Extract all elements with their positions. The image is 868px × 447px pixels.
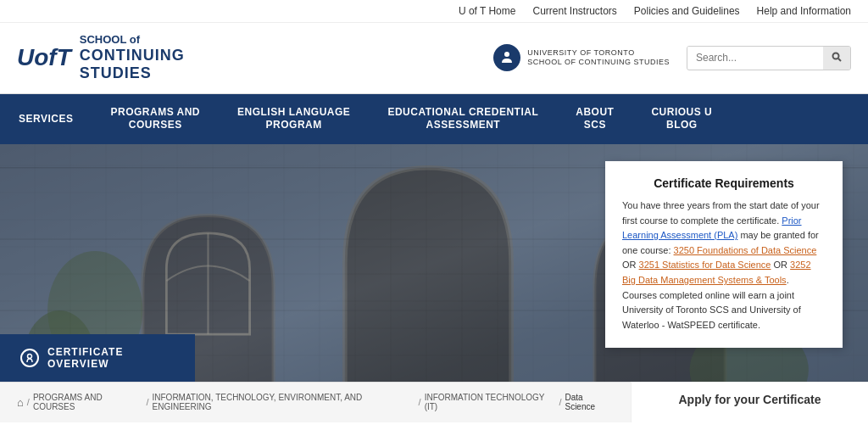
breadcrumb-sep-4: / xyxy=(559,397,561,407)
svg-line-2 xyxy=(838,59,841,61)
cert-overview-label: CERTIFICATE OVERVIEW xyxy=(47,346,175,370)
top-navigation: U of T Home Current Instructors Policies… xyxy=(0,0,868,23)
cert-card-title: Certificate Requirements xyxy=(622,176,826,190)
university-badge: UNIVERSITY OF TORONTO SCHOOL OF CONTINUI… xyxy=(493,44,670,71)
svg-point-13 xyxy=(28,354,32,358)
badge-icon xyxy=(493,44,520,71)
breadcrumb-it[interactable]: INFORMATION TECHNOLOGY (IT) xyxy=(425,393,556,411)
main-navigation: SERVICES PROGRAMS ANDCOURSES ENGLISH LAN… xyxy=(0,94,868,144)
apply-title: Apply for your Certificate xyxy=(648,393,851,406)
nav-programs[interactable]: PROGRAMS ANDCOURSES xyxy=(92,94,219,144)
nav-english[interactable]: ENGLISH LANGUAGEPROGRAM xyxy=(219,94,369,144)
header-right: UNIVERSITY OF TORONTO SCHOOL OF CONTINUI… xyxy=(493,44,851,71)
breadcrumb: ⌂ / PROGRAMS AND COURSES / INFORMATION, … xyxy=(0,382,631,422)
logo-continuing: CONTINUING xyxy=(80,47,185,65)
logo-text: SCHOOL of CONTINUING STUDIES xyxy=(80,33,185,83)
home-icon[interactable]: ⌂ xyxy=(17,396,24,409)
breadcrumb-programs[interactable]: PROGRAMS AND COURSES xyxy=(33,393,143,411)
search-icon xyxy=(832,52,842,62)
breadcrumb-sep-1: / xyxy=(27,397,30,407)
current-instructors-link[interactable]: Current Instructors xyxy=(532,5,616,17)
search-box[interactable] xyxy=(687,46,851,70)
breadcrumb-ite[interactable]: INFORMATION, TECHNOLOGY, ENVIRONMENT, AN… xyxy=(153,393,415,411)
nav-blog[interactable]: CURIOUS UBLOG xyxy=(632,94,731,144)
breadcrumb-ds: Data Science xyxy=(565,393,614,411)
svg-point-1 xyxy=(833,53,839,59)
logo-area[interactable]: UofT SCHOOL of CONTINUING STUDIES xyxy=(17,33,185,83)
policies-link[interactable]: Policies and Guidelines xyxy=(634,5,740,17)
logo-school: SCHOOL of xyxy=(80,33,185,47)
site-header: UofT SCHOOL of CONTINUING STUDIES UNIVER… xyxy=(0,23,868,94)
bottom-area: ⌂ / PROGRAMS AND COURSES / INFORMATION, … xyxy=(0,382,868,422)
course-3251-link[interactable]: 3251 Statistics for Data Science xyxy=(639,260,771,270)
logo-uoft: UofT xyxy=(17,44,71,71)
uoft-home-link[interactable]: U of T Home xyxy=(459,5,516,17)
search-input[interactable] xyxy=(687,47,823,69)
cert-card-body: You have three years from the start date… xyxy=(622,198,826,332)
course-3250-link[interactable]: 3250 Foundations of Data Science xyxy=(674,245,817,255)
cert-icon-svg xyxy=(25,353,35,363)
nav-about[interactable]: ABOUTSCS xyxy=(557,94,632,144)
svg-point-0 xyxy=(504,52,509,57)
search-button[interactable] xyxy=(823,47,850,70)
apply-section: Apply for your Certificate xyxy=(631,382,868,422)
nav-services[interactable]: SERVICES xyxy=(0,94,92,144)
help-link[interactable]: Help and Information xyxy=(757,5,851,17)
hero-section: Certificate Requirements You have three … xyxy=(0,144,868,382)
certificate-overview-button[interactable]: CERTIFICATE OVERVIEW xyxy=(0,334,195,382)
certificate-requirements-card: Certificate Requirements You have three … xyxy=(605,161,843,348)
breadcrumb-sep-3: / xyxy=(419,397,421,407)
logo-studies: STUDIES xyxy=(80,64,185,83)
badge-text: UNIVERSITY OF TORONTO SCHOOL OF CONTINUI… xyxy=(527,48,670,68)
certificate-icon xyxy=(20,349,39,367)
nav-credential[interactable]: EDUCATIONAL CREDENTIALASSESSMENT xyxy=(369,94,557,144)
breadcrumb-sep-2: / xyxy=(146,397,148,407)
